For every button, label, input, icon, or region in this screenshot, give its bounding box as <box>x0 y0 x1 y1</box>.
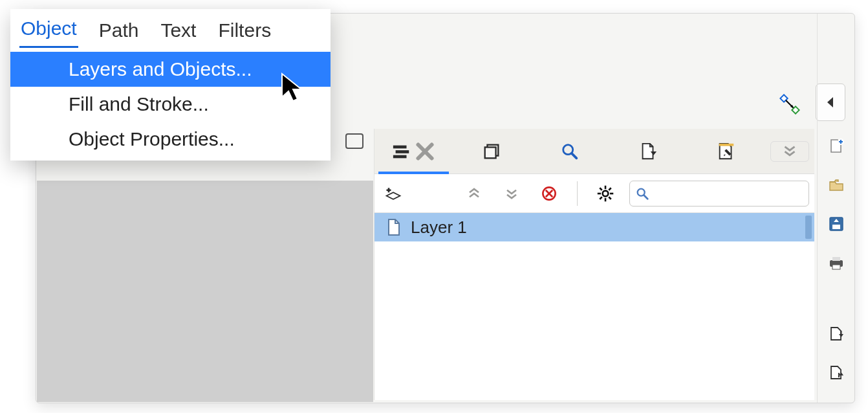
open-folder-icon <box>828 177 845 194</box>
tab-layers[interactable] <box>374 129 453 173</box>
menu-filters[interactable]: Filters <box>217 16 272 48</box>
svg-line-30 <box>609 188 611 190</box>
svg-rect-38 <box>832 225 840 229</box>
open-button[interactable] <box>827 175 846 195</box>
layers-panel: Layer 1 <box>374 129 814 400</box>
tab-objects[interactable] <box>453 129 531 173</box>
tab-more[interactable] <box>770 141 809 162</box>
tab-document[interactable] <box>609 129 687 173</box>
menu-dropdown: Layers and Objects... Fill and Stroke...… <box>10 48 331 157</box>
svg-line-31 <box>600 197 602 199</box>
svg-rect-42 <box>832 265 840 269</box>
menu-text[interactable]: Text <box>159 16 197 48</box>
menu-layers-and-objects[interactable]: Layers and Objects... <box>10 52 331 87</box>
close-tab-icon[interactable] <box>415 142 435 161</box>
chevrons-down-icon <box>780 142 799 161</box>
move-down-button[interactable] <box>498 180 525 207</box>
delete-icon <box>540 184 558 203</box>
export-button[interactable] <box>827 363 846 383</box>
canvas-area[interactable] <box>37 181 373 402</box>
gear-icon <box>596 184 614 203</box>
import-icon <box>828 326 845 342</box>
svg-line-13 <box>572 153 577 158</box>
chevrons-up-icon <box>465 184 483 203</box>
import-button[interactable] <box>827 324 846 344</box>
tab-find[interactable] <box>531 129 609 173</box>
menu-fill-and-stroke[interactable]: Fill and Stroke... <box>10 87 331 122</box>
print-icon <box>828 254 845 271</box>
save-button[interactable] <box>827 214 846 234</box>
svg-marker-17 <box>387 192 400 199</box>
svg-rect-5 <box>393 145 407 148</box>
row-marker <box>805 216 812 239</box>
menu-object[interactable]: Object <box>19 14 78 48</box>
layer-settings-button[interactable] <box>592 180 619 207</box>
add-layer-button[interactable] <box>380 180 407 207</box>
new-doc-button[interactable] <box>827 137 846 156</box>
menubar-row: Object Path Text Filters <box>10 9 331 48</box>
search-icon <box>635 186 649 201</box>
snap-indicator-icon <box>777 91 803 117</box>
tab-edit[interactable] <box>687 129 765 173</box>
export-icon <box>828 364 845 381</box>
layers-icon <box>392 142 411 161</box>
menubar-popup: Object Path Text Filters Layers and Obje… <box>10 9 331 161</box>
print-button[interactable] <box>827 253 846 273</box>
svg-rect-6 <box>396 150 409 153</box>
layer-label: Layer 1 <box>411 218 467 238</box>
stack-icon <box>482 142 501 161</box>
layer-search-input[interactable] <box>629 181 809 206</box>
chevrons-down-icon <box>503 184 521 203</box>
svg-rect-11 <box>485 147 496 158</box>
new-doc-icon <box>828 138 845 155</box>
save-icon <box>828 216 845 232</box>
svg-rect-41 <box>832 257 840 261</box>
panel-tools-row <box>374 174 814 213</box>
menu-object-properties[interactable]: Object Properties... <box>10 122 331 157</box>
svg-point-23 <box>603 190 609 196</box>
svg-line-29 <box>609 197 611 199</box>
magnify-icon <box>560 142 580 161</box>
move-up-button[interactable] <box>461 180 488 207</box>
page-icon <box>386 218 402 236</box>
svg-rect-7 <box>393 155 407 158</box>
svg-line-33 <box>644 195 648 199</box>
right-toolbar <box>817 14 854 403</box>
svg-line-28 <box>600 188 602 190</box>
layer-row[interactable]: Layer 1 <box>374 213 814 241</box>
layer-list[interactable]: Layer 1 <box>374 213 814 400</box>
svg-marker-15 <box>719 143 733 146</box>
divider <box>577 181 578 206</box>
panel-tab-strip <box>374 129 814 174</box>
menu-path[interactable]: Path <box>98 16 140 48</box>
edit-page-icon <box>717 142 736 161</box>
doc-badge-icon <box>345 133 363 149</box>
page-arrow-icon <box>638 142 658 161</box>
search-field[interactable] <box>653 186 803 200</box>
delete-layer-button[interactable] <box>536 180 563 207</box>
add-layer-icon <box>384 184 402 203</box>
